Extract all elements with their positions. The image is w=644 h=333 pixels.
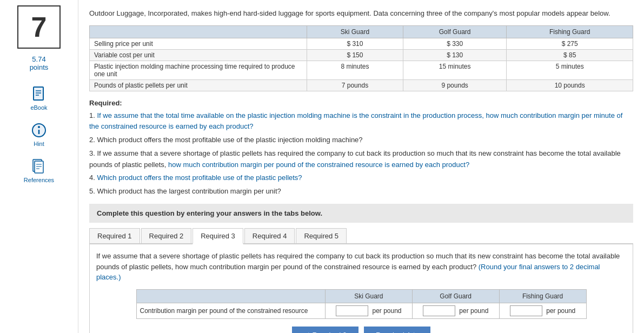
- table-header-empty: [90, 25, 307, 38]
- svg-rect-0: [34, 87, 43, 100]
- hint-icon: [30, 122, 48, 139]
- row-ski-molding: 8 minutes: [307, 61, 403, 79]
- answer-header-fishing: Fishing Guard: [499, 289, 586, 303]
- sidebar: 7 5.74 points eBook: [0, 0, 78, 333]
- row-fishing-pellets: 10 pounds: [507, 79, 633, 91]
- prev-chevron-icon: ◀: [304, 331, 309, 333]
- row-ski-variable: $ 150: [307, 49, 403, 61]
- required-item-3: 3. If we assume that a severe shortage o…: [89, 148, 633, 171]
- row-golf-variable: $ 130: [403, 49, 506, 61]
- fishing-answer-cell: per pound: [499, 303, 586, 318]
- required-item-1: 1. If we assume that the total time avai…: [89, 110, 633, 133]
- table-header-ski: Ski Guard: [307, 25, 403, 38]
- tab-required-2[interactable]: Required 2: [141, 228, 192, 243]
- complete-question-box: Complete this question by entering your …: [89, 204, 633, 223]
- points-label: points: [30, 63, 49, 71]
- fishing-per-pound: per pound: [544, 307, 575, 315]
- tab-instruction: If we assume that a severe shortage of p…: [96, 251, 626, 283]
- golf-answer-cell: per pound: [412, 303, 499, 318]
- row-fishing-selling: $ 275: [507, 38, 633, 49]
- row-label-pellets: Pounds of plastic pellets per unit: [90, 79, 307, 91]
- row-ski-pellets: 7 pounds: [307, 79, 403, 91]
- required-list: 1. If we assume that the total time avai…: [89, 110, 633, 198]
- tab-required-4[interactable]: Required 4: [244, 228, 295, 243]
- svg-point-5: [38, 126, 40, 128]
- table-row: Plastic injection molding machine proces…: [90, 61, 633, 79]
- ski-answer-input[interactable]: [336, 305, 368, 316]
- row-label-selling: Selling price per unit: [90, 38, 307, 49]
- prev-button-label: Required 2: [312, 331, 347, 333]
- svg-rect-8: [35, 161, 43, 173]
- nav-buttons: ◀ Required 2 Required 4 ▶: [96, 327, 626, 333]
- required-item-5: 5. Which product has the largest contrib…: [89, 186, 633, 197]
- answer-row-label: Contribution margin per pound of the con…: [136, 303, 325, 318]
- question-number: 7: [17, 5, 61, 49]
- required-item-4: 4. Which product offers the most profita…: [89, 172, 633, 184]
- answer-header-golf: Golf Guard: [412, 289, 499, 303]
- points-value: 5.74: [30, 55, 49, 63]
- table-row: Variable cost per unit $ 150 $ 130 $ 85: [90, 49, 633, 61]
- table-header-fishing: Fishing Guard: [507, 25, 633, 38]
- prev-button[interactable]: ◀ Required 2: [292, 327, 358, 333]
- answer-header-ski: Ski Guard: [325, 289, 412, 303]
- answer-row: Contribution margin per pound of the con…: [136, 303, 586, 318]
- points-section: 5.74 points: [30, 55, 49, 71]
- tab-required-3[interactable]: Required 3: [192, 228, 243, 244]
- complete-box-text: Complete this question by entering your …: [97, 209, 322, 217]
- table-header-golf: Golf Guard: [403, 25, 506, 38]
- next-button-label: Required 4: [376, 331, 410, 333]
- references-label: References: [24, 177, 54, 183]
- row-label-variable: Variable cost per unit: [90, 49, 307, 61]
- table-row: Selling price per unit $ 310 $ 330 $ 275: [90, 38, 633, 49]
- ebook-link[interactable]: eBook: [30, 85, 48, 111]
- row-label-molding: Plastic injection molding machine proces…: [90, 61, 307, 79]
- tab-content: If we assume that a severe shortage of p…: [89, 244, 633, 333]
- tabs-row: Required 1 Required 2 Required 3 Require…: [89, 228, 633, 244]
- hint-label: Hint: [34, 141, 44, 147]
- ebook-icon: [30, 85, 48, 103]
- ebook-label: eBook: [30, 104, 47, 111]
- data-table: Ski Guard Golf Guard Fishing Guard Selli…: [89, 25, 633, 91]
- row-fishing-variable: $ 85: [507, 49, 633, 61]
- golf-per-pound: per pound: [457, 307, 488, 315]
- references-link[interactable]: References: [24, 158, 54, 183]
- required-title: Required:: [89, 99, 633, 107]
- tab-required-5[interactable]: Required 5: [296, 228, 347, 243]
- required-item-2: 2. Which product offers the most profita…: [89, 135, 633, 146]
- row-golf-selling: $ 330: [403, 38, 506, 49]
- question-text: Outdoor Luggage, Incorporated, makes hig…: [89, 8, 633, 19]
- row-ski-selling: $ 310: [307, 38, 403, 49]
- references-icon: [30, 158, 48, 175]
- fishing-answer-input[interactable]: [510, 305, 542, 316]
- required-section: Required: 1. If we assume that the total…: [89, 99, 633, 198]
- main-content: Outdoor Luggage, Incorporated, makes hig…: [78, 0, 644, 333]
- table-row: Pounds of plastic pellets per unit 7 pou…: [90, 79, 633, 91]
- row-golf-molding: 15 minutes: [403, 61, 506, 79]
- answer-table: Ski Guard Golf Guard Fishing Guard Contr…: [136, 289, 587, 319]
- ski-answer-cell: per pound: [325, 303, 412, 318]
- next-chevron-icon: ▶: [414, 331, 419, 333]
- hint-link[interactable]: Hint: [30, 122, 48, 147]
- answer-header-empty: [136, 289, 325, 303]
- ski-per-pound: per pound: [370, 307, 402, 315]
- tab-required-1[interactable]: Required 1: [89, 228, 140, 243]
- golf-answer-input[interactable]: [423, 305, 455, 316]
- row-fishing-molding: 5 minutes: [507, 61, 633, 79]
- row-golf-pellets: 9 pounds: [403, 79, 506, 91]
- next-button[interactable]: Required 4 ▶: [364, 327, 430, 333]
